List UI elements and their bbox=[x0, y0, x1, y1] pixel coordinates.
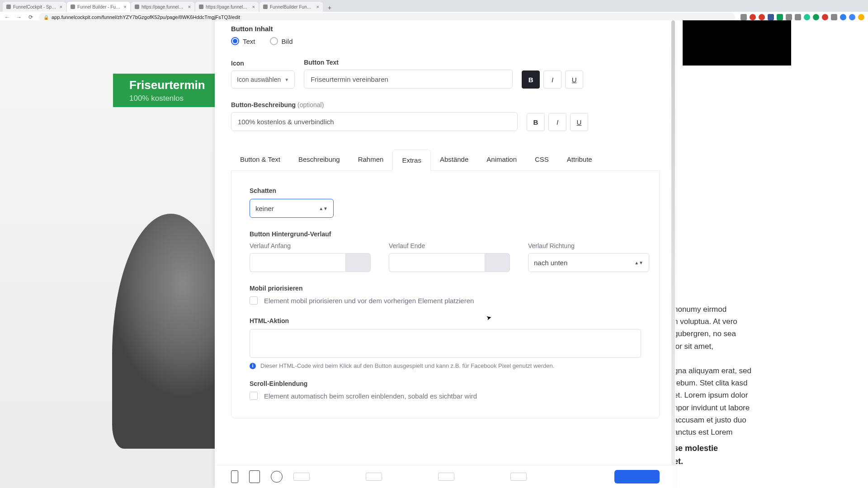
settings-panel: Button Inhalt Text Bild Icon Icon auswäh… bbox=[215, 20, 676, 488]
extras-tab-content: Schatten keiner ▲▼ Button Hintergrund-Ve… bbox=[231, 171, 660, 418]
sort-icon: ▲▼ bbox=[634, 260, 643, 265]
tab-label: FunnelCockpit - Splittests, Ma bbox=[13, 5, 57, 9]
new-tab-button[interactable]: + bbox=[326, 4, 334, 12]
icon-select-value: Icon auswählen bbox=[237, 76, 281, 83]
gradient-end-input[interactable] bbox=[389, 253, 510, 272]
extension-icon[interactable] bbox=[795, 14, 801, 20]
tab-strip: Button & Text Beschreibung Rahmen Extras… bbox=[231, 149, 660, 171]
tab-abstaende[interactable]: Abstände bbox=[431, 149, 477, 170]
device-mobile-icon[interactable] bbox=[231, 470, 238, 483]
lock-icon: 🔒 bbox=[43, 15, 49, 20]
close-icon[interactable]: × bbox=[124, 5, 127, 9]
extension-icon[interactable] bbox=[750, 14, 756, 20]
close-icon[interactable]: × bbox=[60, 5, 62, 9]
icon-select[interactable]: Icon auswählen ▼ bbox=[231, 70, 295, 89]
color-swatch[interactable] bbox=[485, 253, 510, 272]
close-icon[interactable]: × bbox=[316, 5, 319, 9]
gradient-label: Button Hintergrund-Verlauf bbox=[250, 230, 641, 238]
tab-button-and-text[interactable]: Button & Text bbox=[231, 149, 289, 170]
mobile-priority-checkbox-row[interactable]: Element mobil priorisieren und vor dem v… bbox=[250, 296, 641, 305]
underline-button[interactable]: U bbox=[570, 113, 588, 131]
extension-icons bbox=[741, 14, 864, 20]
color-text-input[interactable] bbox=[250, 253, 345, 272]
section-label: Button Inhalt bbox=[231, 25, 660, 33]
save-button[interactable] bbox=[614, 470, 660, 483]
tab-label: Funnel Builder - FunnelCockpit bbox=[77, 5, 121, 9]
device-tablet-icon[interactable] bbox=[249, 470, 260, 483]
extension-icon[interactable] bbox=[813, 14, 819, 20]
reload-icon[interactable]: ⟳ bbox=[27, 14, 34, 20]
html-action-textarea[interactable] bbox=[250, 329, 641, 358]
extension-icon[interactable] bbox=[777, 14, 783, 20]
radio-label: Bild bbox=[282, 38, 293, 45]
footer-field[interactable] bbox=[293, 473, 310, 481]
html-info-text: Dieser HTML-Code wird beim Klick auf den… bbox=[260, 362, 554, 369]
extension-icon[interactable] bbox=[831, 14, 837, 20]
browser-chrome: FunnelCockpit - Splittests, Ma× Funnel B… bbox=[0, 0, 868, 20]
tab-label: https://page.funnelcockpit.co bbox=[142, 5, 185, 9]
tab-attribute[interactable]: Attribute bbox=[558, 149, 601, 170]
description-input[interactable] bbox=[231, 112, 518, 131]
eye-icon[interactable] bbox=[271, 471, 283, 483]
color-swatch[interactable] bbox=[345, 253, 371, 272]
scrollbar[interactable] bbox=[671, 20, 675, 488]
extension-icon[interactable] bbox=[840, 14, 846, 20]
format-button-group: B I U bbox=[527, 113, 588, 131]
close-icon[interactable]: × bbox=[188, 5, 191, 9]
extension-icon[interactable] bbox=[741, 14, 747, 20]
panel-footer bbox=[215, 465, 676, 488]
extension-icon[interactable] bbox=[804, 14, 810, 20]
shadow-select[interactable]: keiner ▲▼ bbox=[250, 199, 334, 218]
gradient-start-input[interactable] bbox=[250, 253, 371, 272]
scroll-reveal-label: Scroll-Einblendung bbox=[250, 380, 641, 387]
footer-field[interactable] bbox=[438, 473, 454, 481]
italic-button[interactable]: I bbox=[548, 113, 566, 131]
extension-icon[interactable] bbox=[858, 14, 864, 20]
tab-css[interactable]: CSS bbox=[526, 149, 558, 170]
checkbox[interactable] bbox=[250, 296, 258, 305]
tab-extras[interactable]: Extras bbox=[392, 150, 431, 171]
tab-rahmen[interactable]: Rahmen bbox=[349, 149, 393, 170]
extension-icon[interactable] bbox=[822, 14, 828, 20]
extension-icon[interactable] bbox=[786, 14, 792, 20]
page-area: Friseurtermin 100% kostenlos nonumy eirm… bbox=[0, 20, 868, 488]
back-icon[interactable]: ← bbox=[4, 14, 11, 20]
radio-image[interactable]: Bild bbox=[270, 37, 293, 45]
footer-field[interactable] bbox=[510, 473, 527, 481]
browser-tab[interactable]: FunnelCockpit - Splittests, Ma× bbox=[3, 2, 66, 12]
italic-button[interactable]: I bbox=[543, 70, 561, 89]
scroll-reveal-checkbox-row[interactable]: Element automatisch beim scrollen einble… bbox=[250, 392, 641, 400]
browser-tab[interactable]: Funnel Builder - FunnelCockpit× bbox=[67, 2, 130, 12]
gradient-direction-select[interactable]: nach unten ▲▼ bbox=[528, 253, 649, 272]
checkbox-label: Element automatisch beim scrollen einble… bbox=[264, 392, 477, 400]
color-text-input[interactable] bbox=[389, 253, 485, 272]
shadow-label: Schatten bbox=[250, 187, 641, 194]
forward-icon[interactable]: → bbox=[15, 14, 23, 20]
tab-animation[interactable]: Animation bbox=[477, 149, 526, 170]
bold-button[interactable]: B bbox=[522, 70, 540, 89]
footer-field[interactable] bbox=[366, 473, 382, 481]
browser-tab[interactable]: FunnelBuilder Funktionen & E× bbox=[259, 2, 323, 12]
tab-beschreibung[interactable]: Beschreibung bbox=[289, 149, 349, 170]
close-icon[interactable]: × bbox=[252, 5, 255, 9]
gradient-start-label: Verlauf Anfang bbox=[250, 242, 371, 249]
chevron-down-icon: ▼ bbox=[284, 77, 289, 82]
button-text-input[interactable] bbox=[304, 70, 513, 89]
extension-icon[interactable] bbox=[759, 14, 765, 20]
extension-icon[interactable] bbox=[768, 14, 774, 20]
bold-button[interactable]: B bbox=[527, 113, 545, 131]
url-text: app.funnelcockpit.com/funnel/zhYZY7bGzgo… bbox=[52, 14, 240, 20]
checkbox[interactable] bbox=[250, 392, 258, 400]
underline-button[interactable]: U bbox=[565, 70, 583, 89]
extension-icon[interactable] bbox=[849, 14, 855, 20]
radio-text[interactable]: Text bbox=[231, 37, 255, 45]
mobile-priority-label: Mobil priorisieren bbox=[250, 285, 641, 292]
button-text-label: Button Text bbox=[304, 59, 513, 66]
browser-tab[interactable]: https://page.funnelcockpit.co× bbox=[131, 2, 194, 12]
cta-subtitle: 100% kostenlos bbox=[129, 94, 222, 103]
format-button-group: B I U bbox=[522, 70, 583, 89]
radio-label: Text bbox=[243, 38, 255, 45]
shadow-value: keiner bbox=[255, 205, 274, 212]
browser-tab[interactable]: https://page.funnelcockpit.co× bbox=[195, 2, 259, 12]
gradient-direction-value: nach unten bbox=[534, 259, 567, 267]
